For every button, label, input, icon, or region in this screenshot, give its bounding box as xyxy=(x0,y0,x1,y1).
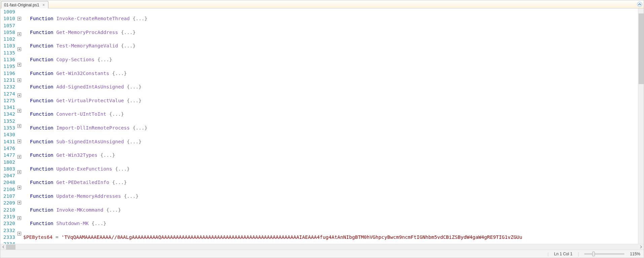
fold-expand-icon[interactable]: + xyxy=(17,170,21,174)
horizontal-scroll-track[interactable] xyxy=(6,244,638,250)
code-line[interactable] xyxy=(30,63,638,70)
code-line[interactable] xyxy=(30,172,638,179)
editor-area[interactable]: 1009101010571058110211031135113611951196… xyxy=(0,8,644,244)
code-line[interactable]: Function Copy-Sections {...} xyxy=(30,56,638,63)
code-line[interactable] xyxy=(30,241,638,244)
code-line[interactable] xyxy=(30,199,638,206)
line-number: 1195 xyxy=(0,63,15,70)
line-number: 1009 xyxy=(0,8,15,15)
fold-expand-icon[interactable]: + xyxy=(17,140,21,143)
fold-expand-icon[interactable]: + xyxy=(17,47,21,51)
scroll-left-icon[interactable] xyxy=(0,244,6,250)
code-line[interactable] xyxy=(30,118,638,124)
code-line[interactable] xyxy=(30,159,638,165)
code-line[interactable] xyxy=(30,131,638,138)
code-line[interactable] xyxy=(30,104,638,111)
fold-cell: + xyxy=(16,186,23,192)
line-number: 2106 xyxy=(0,186,15,193)
tab-title: 01-fast-Original.ps1 xyxy=(4,3,39,7)
code-line[interactable]: Function Invoke-CreateRemoteThread {...} xyxy=(30,15,638,22)
tab-file[interactable]: 01-fast-Original.ps1 × xyxy=(1,1,48,8)
fold-expand-icon[interactable]: + xyxy=(17,232,21,235)
fold-expand-icon[interactable]: + xyxy=(17,94,21,97)
line-number: 1431 xyxy=(0,138,15,145)
code-line[interactable]: Function Get-MemoryProcAddress {...} xyxy=(30,29,638,36)
app-window: 01-fast-Original.ps1 × 10091010105710581… xyxy=(0,0,644,258)
fold-expand-icon[interactable]: + xyxy=(17,109,21,113)
fold-expand-icon[interactable]: + xyxy=(17,124,21,128)
status-bar: | Ln 1 Col 1 | 115% xyxy=(0,250,644,258)
line-number: 1803 xyxy=(0,165,15,172)
fold-cell: + xyxy=(16,232,23,238)
code-line[interactable]: Function Shutdown-MK {...} xyxy=(30,220,638,227)
line-number: 1476 xyxy=(0,145,15,152)
fold-cell xyxy=(16,8,23,15)
fold-cell: + xyxy=(16,63,23,70)
horizontal-scrollbar[interactable] xyxy=(0,244,644,250)
fold-expand-icon[interactable]: + xyxy=(17,186,21,189)
code-line[interactable]: Function Get-Win32Types {...} xyxy=(30,152,638,158)
close-icon[interactable]: × xyxy=(41,3,46,7)
code-line[interactable] xyxy=(30,90,638,97)
code-line[interactable]: Function Update-ExeFunctions {...} xyxy=(30,165,638,172)
code-line[interactable] xyxy=(30,8,638,15)
fold-cell xyxy=(16,238,23,244)
fold-expand-icon[interactable]: + xyxy=(17,63,21,67)
chevron-up-icon[interactable] xyxy=(637,2,642,7)
vertical-scrollbar[interactable] xyxy=(638,8,644,244)
code-line[interactable] xyxy=(30,145,638,152)
code-content[interactable]: Function Invoke-CreateRemoteThread {...}… xyxy=(23,8,638,244)
fold-cell xyxy=(16,146,23,153)
line-number: 2319 xyxy=(0,213,15,220)
code-line[interactable]: Function Invoke-MKcommand {...} xyxy=(30,207,638,213)
fold-cell xyxy=(16,192,23,199)
line-number: 2048 xyxy=(0,179,15,186)
code-line[interactable] xyxy=(30,213,638,220)
line-number: 1430 xyxy=(0,131,15,138)
fold-expand-icon[interactable]: + xyxy=(17,155,21,159)
code-line[interactable] xyxy=(30,227,638,234)
fold-expand-icon[interactable]: + xyxy=(17,32,21,36)
code-line[interactable]: Function Get-Win32Constants {...} xyxy=(30,70,638,77)
zoom-slider-thumb[interactable] xyxy=(592,252,595,256)
fold-expand-icon[interactable]: + xyxy=(17,78,21,82)
line-number: 1196 xyxy=(0,70,15,77)
fold-expand-icon[interactable]: + xyxy=(17,201,21,205)
code-line[interactable]: Function Add-SignedIntAsUnsigned {...} xyxy=(30,83,638,90)
scroll-right-icon[interactable] xyxy=(638,244,644,250)
line-number: 1231 xyxy=(0,77,15,83)
fold-cell: + xyxy=(16,32,23,39)
code-line[interactable]: Function Get-VirtualProtectValue {...} xyxy=(30,97,638,104)
code-line[interactable]: Function Sub-SignedIntAsUnsigned {...} xyxy=(30,138,638,145)
line-number: 2210 xyxy=(0,207,15,213)
code-line[interactable]: $PEBytes64 = 'TVqQAAMAAAAEAAAA//8AALgAAA… xyxy=(23,234,638,241)
status-separator: | xyxy=(547,252,548,256)
line-number: 1058 xyxy=(0,29,15,36)
code-line[interactable] xyxy=(30,186,638,193)
fold-expand-icon[interactable]: + xyxy=(17,216,21,220)
fold-expand-icon[interactable]: + xyxy=(17,17,21,21)
vertical-scroll-thumb[interactable] xyxy=(639,13,644,84)
line-number: 2333 xyxy=(0,234,15,241)
code-line[interactable] xyxy=(30,49,638,56)
code-line[interactable]: Function Convert-UIntToInt {...} xyxy=(30,111,638,117)
fold-cell xyxy=(16,131,23,138)
fold-cell xyxy=(16,24,23,31)
line-number: 1342 xyxy=(0,111,15,117)
code-line[interactable]: Function Get-PEDetailedInfo {...} xyxy=(30,179,638,186)
line-number: 1341 xyxy=(0,104,15,111)
zoom-slider[interactable] xyxy=(584,253,624,255)
line-number: 1103 xyxy=(0,42,15,49)
code-line[interactable] xyxy=(30,77,638,83)
code-line[interactable]: Function Import-DllInRemoteProcess {...} xyxy=(30,124,638,131)
line-number: 1352 xyxy=(0,118,15,124)
code-line[interactable]: Function Test-MemoryRangeValid {...} xyxy=(30,42,638,49)
horizontal-scroll-thumb[interactable] xyxy=(6,245,15,250)
fold-cell: + xyxy=(16,109,23,116)
fold-cell xyxy=(16,162,23,169)
line-number: 2334 xyxy=(0,241,15,244)
code-line[interactable] xyxy=(30,36,638,42)
fold-cell xyxy=(16,177,23,184)
code-line[interactable]: Function Update-MemoryAddresses {...} xyxy=(30,193,638,199)
code-line[interactable] xyxy=(30,22,638,29)
